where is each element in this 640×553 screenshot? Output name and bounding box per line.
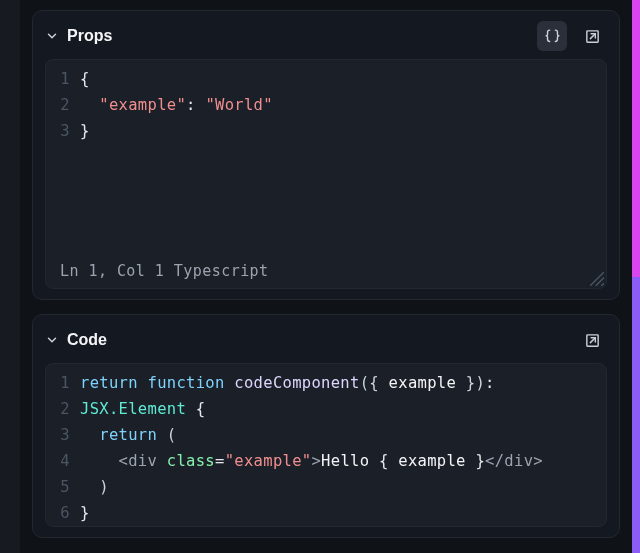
code-header-actions: [577, 325, 607, 355]
props-header-actions: [537, 21, 607, 51]
code-editor[interactable]: 123456 return function codeComponent({ e…: [45, 363, 607, 527]
left-rail: [0, 0, 20, 553]
popout-icon[interactable]: [577, 21, 607, 51]
svg-line-3: [590, 337, 595, 342]
props-code[interactable]: { "example": "World"}: [80, 66, 606, 144]
code-panel: Code 123456 return function codeComponen…: [32, 314, 620, 538]
props-editor[interactable]: 123 { "example": "World"} Ln 1, Col 1 Ty…: [45, 59, 607, 289]
resize-handle-icon[interactable]: [590, 272, 604, 286]
popout-icon[interactable]: [577, 325, 607, 355]
editor-status: Ln 1, Col 1 Typescript: [60, 262, 269, 280]
code-gutter: 123456: [46, 370, 80, 526]
rail-segment-pink: [632, 0, 640, 277]
right-rail: [632, 0, 640, 553]
props-title: Props: [67, 27, 112, 45]
props-header[interactable]: Props: [33, 11, 619, 59]
code-code[interactable]: return function codeComponent({ example …: [80, 370, 606, 526]
code-title: Code: [67, 331, 107, 349]
rail-segment-purple: [632, 277, 640, 554]
chevron-down-icon[interactable]: [45, 29, 59, 43]
main-area: Props 123 { "example": "World"} Ln 1, Co…: [20, 0, 632, 553]
code-header[interactable]: Code: [33, 315, 619, 363]
svg-line-1: [590, 33, 595, 38]
props-panel: Props 123 { "example": "World"} Ln 1, Co…: [32, 10, 620, 300]
chevron-down-icon[interactable]: [45, 333, 59, 347]
braces-icon[interactable]: [537, 21, 567, 51]
props-gutter: 123: [46, 66, 80, 144]
